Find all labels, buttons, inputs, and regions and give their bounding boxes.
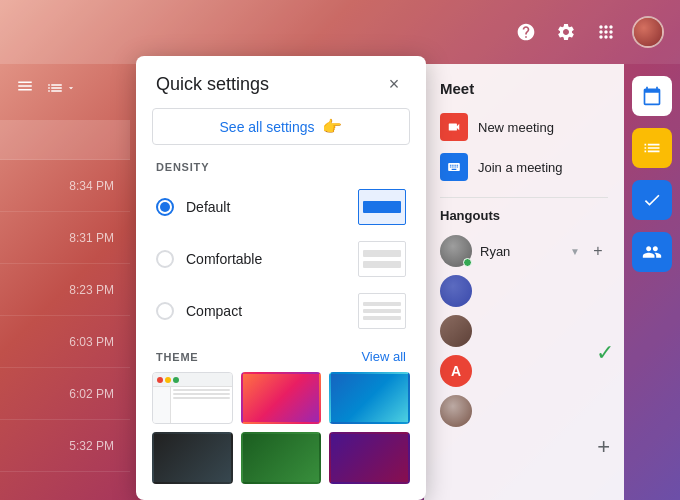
see-all-settings-button[interactable]: See all settings 👉 (152, 108, 410, 145)
theme-view-all-button[interactable]: View all (361, 349, 406, 364)
theme-purple-thumb[interactable] (329, 432, 410, 484)
email-row (0, 120, 130, 160)
hamburger-area (0, 64, 130, 112)
preview-bar (363, 201, 401, 213)
theme-line (173, 397, 230, 399)
add-contact-button[interactable]: + (588, 241, 608, 261)
list-view-button[interactable] (46, 79, 76, 97)
new-meeting-label: New meeting (478, 120, 554, 135)
tasks-icon[interactable] (632, 128, 672, 168)
topbar (0, 0, 680, 64)
hangout-contact5[interactable] (440, 391, 608, 431)
density-comfortable-preview (358, 241, 406, 277)
meet-title: Meet (440, 80, 608, 97)
avatar-a: A (440, 355, 472, 387)
density-section-label: DENSITY (136, 161, 426, 181)
density-comfortable-option[interactable]: Comfortable (152, 233, 410, 285)
email-row: 8:31 PM (0, 212, 130, 264)
new-meeting-button[interactable]: New meeting (440, 107, 608, 147)
meet-panel: Meet New meeting Join a meeting Hangouts… (424, 64, 624, 500)
qs-header: Quick settings × (136, 56, 426, 108)
preview-line (363, 316, 401, 320)
avatar-contact3 (440, 315, 472, 347)
quick-settings-panel: Quick settings × See all settings 👉 DENS… (136, 56, 426, 500)
density-default-radio[interactable] (156, 198, 174, 216)
theme-default-top (153, 373, 232, 387)
dot-red (157, 377, 163, 383)
density-comfortable-label: Comfortable (186, 251, 346, 267)
contacts-icon[interactable] (632, 232, 672, 272)
density-default-option[interactable]: Default (152, 181, 410, 233)
keyboard-icon (440, 153, 468, 181)
theme-line (173, 393, 230, 395)
hangout-contact3[interactable] (440, 311, 608, 351)
theme-section: THEME View all (136, 337, 426, 372)
density-default-label: Default (186, 199, 346, 215)
dot-green (173, 377, 179, 383)
email-row: 6:03 PM (0, 316, 130, 368)
preview-line (363, 302, 401, 306)
theme-forest-thumb[interactable] (241, 432, 322, 484)
density-options: Default Comfortable Compact (136, 181, 426, 337)
settings-icon[interactable] (552, 18, 580, 46)
right-sidebar (624, 64, 680, 500)
preview-line (363, 250, 401, 257)
online-indicator (463, 258, 472, 267)
email-row: 6:02 PM (0, 368, 130, 420)
checkmark-icon: ✓ (596, 340, 614, 366)
hangout-contact4[interactable]: A (440, 351, 608, 391)
density-compact-option[interactable]: Compact (152, 285, 410, 337)
email-row: 5:32 PM (0, 420, 130, 472)
density-compact-radio[interactable] (156, 302, 174, 320)
density-compact-preview (358, 293, 406, 329)
contact-arrow: ▼ (570, 246, 580, 257)
hangout-contact2[interactable] (440, 271, 608, 311)
apps-icon[interactable] (592, 18, 620, 46)
video-icon (440, 113, 468, 141)
preview-line (363, 309, 401, 313)
calendar-icon[interactable] (632, 76, 672, 116)
hangouts-title: Hangouts (440, 208, 608, 223)
help-icon[interactable] (512, 18, 540, 46)
theme-sunset-thumb[interactable] (241, 372, 322, 424)
hangout-ryan[interactable]: Ryan ▼ + (440, 231, 608, 271)
hamburger-button[interactable] (16, 77, 34, 100)
email-row: 8:23 PM (0, 264, 130, 316)
qs-title: Quick settings (156, 74, 269, 95)
theme-dark-thumb[interactable] (152, 432, 233, 484)
theme-default-body (153, 387, 232, 423)
theme-default-thumb[interactable] (152, 372, 233, 424)
keep-icon[interactable] (632, 180, 672, 220)
user-avatar[interactable] (632, 16, 664, 48)
preview-lines (363, 250, 401, 268)
avatar-contact2 (440, 275, 472, 307)
theme-ocean-thumb[interactable] (329, 372, 410, 424)
theme-sidebar (153, 387, 171, 423)
density-compact-label: Compact (186, 303, 346, 319)
qs-close-button[interactable]: × (382, 72, 406, 96)
preview-line (363, 261, 401, 268)
join-meeting-button[interactable]: Join a meeting (440, 147, 608, 187)
join-meeting-label: Join a meeting (478, 160, 563, 175)
cursor-icon: 👉 (322, 117, 342, 136)
theme-label: THEME (156, 351, 199, 363)
email-list: 8:34 PM 8:31 PM 8:23 PM 6:03 PM 6:02 PM … (0, 120, 130, 472)
theme-grid (136, 372, 426, 500)
theme-line (173, 389, 230, 391)
divider (440, 197, 608, 198)
contact-ryan-name: Ryan (480, 244, 562, 259)
density-comfortable-radio[interactable] (156, 250, 174, 268)
email-row: 8:34 PM (0, 160, 130, 212)
preview-lines (363, 302, 401, 320)
avatar-ryan (440, 235, 472, 267)
theme-content (171, 387, 232, 423)
avatar-contact5 (440, 395, 472, 427)
dot-yellow (165, 377, 171, 383)
density-default-preview (358, 189, 406, 225)
radio-inner (160, 202, 170, 212)
plus-button[interactable]: + (597, 434, 610, 460)
